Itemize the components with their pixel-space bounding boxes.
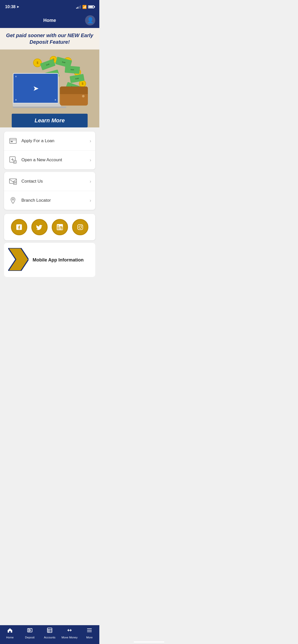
chevron-right-icon-3: › — [90, 179, 91, 184]
wallet-body — [60, 86, 88, 106]
open-new-account-item[interactable]: Open a New Account › — [4, 151, 95, 169]
learn-more-button[interactable]: Learn More — [12, 114, 88, 127]
promo-banner: Get paid sooner with our NEW Early Depos… — [0, 28, 99, 50]
bill-2 — [55, 57, 72, 68]
linkedin-button[interactable] — [52, 219, 68, 235]
mobile-app-section: Mobile App Information — [4, 243, 95, 277]
chevron-right-icon-4: › — [90, 198, 91, 203]
coin-2: $ — [50, 56, 57, 64]
profile-icon: 👤 — [87, 17, 94, 24]
location-icon: ➤ — [17, 5, 19, 9]
laptop-bottom — [13, 107, 66, 108]
coin-5: $ — [79, 80, 86, 87]
wifi-icon: 📶 — [82, 5, 87, 9]
cursor-icon: ➤ — [33, 84, 39, 93]
page-title: Home — [43, 18, 56, 23]
contact-us-item[interactable]: Contact Us › — [4, 172, 95, 191]
bill-4 — [70, 74, 85, 83]
signal-icon — [76, 5, 81, 9]
mobile-app-label: Mobile App Information — [33, 257, 84, 263]
menu-section: Apply For a Loan › Open a New Account › — [0, 127, 99, 214]
status-time: 10:38 ➤ — [5, 5, 19, 9]
menu-card-support: Contact Us › Branch Locator › — [4, 172, 95, 210]
wallet-stud — [82, 95, 85, 98]
status-bar: 10:38 ➤ 📶 — [0, 0, 99, 13]
svg-rect-10 — [13, 182, 17, 184]
svg-point-13 — [12, 199, 14, 200]
hero-illustration: $ $ $ $ $ × ➤ — [5, 55, 94, 111]
avatar[interactable]: 👤 — [85, 15, 95, 25]
wallet-flap — [60, 86, 88, 94]
open-new-account-label: Open a New Account — [21, 157, 90, 163]
header: Home 👤 — [0, 13, 99, 28]
battery-icon — [88, 5, 94, 8]
branch-locator-item[interactable]: Branch Locator › — [4, 191, 95, 210]
wallet-illustration — [60, 86, 88, 107]
coin-3: $ — [64, 57, 72, 65]
promo-text: Get paid sooner with our NEW Early Depos… — [5, 32, 94, 45]
laptop-screen: × ➤ — [13, 73, 59, 104]
bill-1 — [40, 59, 56, 70]
apply-for-loan-label: Apply For a Loan — [21, 138, 90, 143]
hero-section: $ $ $ $ $ × ➤ — [0, 50, 99, 127]
svg-marker-21 — [8, 248, 29, 271]
location-icon — [8, 196, 18, 205]
chevron-right-icon-2: › — [90, 157, 91, 163]
social-section — [4, 214, 95, 240]
svg-point-20 — [82, 225, 82, 226]
svg-point-19 — [79, 226, 82, 228]
new-account-icon — [8, 155, 18, 165]
bill-3 — [65, 66, 80, 74]
svg-rect-16 — [58, 226, 59, 230]
coin-1: $ — [33, 58, 42, 67]
coin-4: $ — [74, 69, 81, 76]
menu-card-services: Apply For a Loan › Open a New Account › — [4, 131, 95, 169]
contact-icon — [8, 177, 18, 186]
laptop-illustration: × ➤ — [13, 73, 61, 108]
loan-icon — [8, 136, 18, 146]
svg-rect-2 — [11, 141, 13, 142]
arrow-down-icon — [8, 248, 29, 272]
contact-us-label: Contact Us — [21, 179, 90, 184]
apply-for-loan-item[interactable]: Apply For a Loan › — [4, 131, 95, 151]
facebook-button[interactable] — [11, 219, 27, 235]
svg-point-17 — [58, 225, 59, 226]
chevron-right-icon: › — [90, 138, 91, 144]
branch-locator-label: Branch Locator — [21, 198, 90, 203]
laptop-base — [13, 104, 61, 107]
instagram-button[interactable] — [72, 219, 88, 235]
twitter-button[interactable] — [31, 219, 48, 235]
status-icons: 📶 — [76, 5, 94, 9]
svg-rect-0 — [10, 138, 16, 143]
